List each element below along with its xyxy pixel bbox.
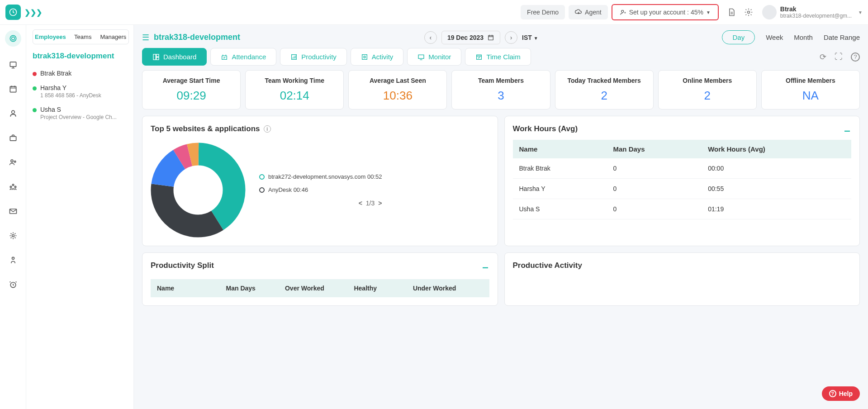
prodsplit-title: Productivity Split xyxy=(151,261,214,270)
nav-team-icon[interactable] xyxy=(7,156,19,169)
employee-sidepanel: Employees Teams Managers btrak318-develo… xyxy=(26,25,134,409)
activity-icon xyxy=(361,53,368,61)
range-day[interactable]: Day xyxy=(722,30,755,44)
pager-next[interactable]: > xyxy=(378,200,382,207)
nav-gear-icon[interactable] xyxy=(7,229,19,242)
tab-attendance[interactable]: Attendance xyxy=(210,48,276,66)
range-month[interactable]: Month xyxy=(794,33,813,41)
tab-dashboard[interactable]: Dashboard xyxy=(142,48,207,66)
svg-point-15 xyxy=(12,235,14,237)
stat-card: Average Start Time09:29 xyxy=(142,70,241,109)
col: Over Worked xyxy=(285,285,345,292)
svg-rect-23 xyxy=(362,54,367,59)
stat-label: Online Members xyxy=(662,77,753,84)
col-name: Name xyxy=(513,140,607,158)
tab-monitor[interactable]: Monitor xyxy=(407,48,461,66)
tab-productivity[interactable]: Productivity xyxy=(280,48,347,66)
prodactivity-title: Productive Activity xyxy=(513,261,852,270)
range-week[interactable]: Week xyxy=(766,33,783,41)
employee-item[interactable]: Usha S Project Overview - Google Ch... xyxy=(33,102,129,124)
dashboard-icon xyxy=(152,53,160,61)
table-row: Btrak Btrak000:00 xyxy=(513,158,852,179)
app-logo[interactable] xyxy=(5,5,21,20)
svg-rect-20 xyxy=(157,54,159,57)
svg-rect-5 xyxy=(10,62,16,67)
nav-profile-icon[interactable] xyxy=(7,254,19,266)
employee-item[interactable]: Btrak Btrak xyxy=(33,66,129,81)
svg-rect-26 xyxy=(477,55,482,59)
side-tab-employees[interactable]: Employees xyxy=(33,30,68,44)
stat-value: 10:36 xyxy=(352,89,443,103)
employee-item[interactable]: Harsha Y 1 858 468 586 - AnyDesk xyxy=(33,81,129,102)
help-button[interactable]: ? Help xyxy=(822,386,860,401)
download-icon[interactable] xyxy=(843,125,851,133)
menu-icon[interactable]: ☰ xyxy=(142,33,149,43)
side-tab-managers[interactable]: Managers xyxy=(98,30,128,44)
col: Man Days xyxy=(226,285,276,292)
prev-date-button[interactable]: ‹ xyxy=(424,31,437,44)
icon-sidebar xyxy=(0,25,26,409)
next-date-button[interactable]: › xyxy=(505,31,517,44)
productive-activity-panel: Productive Activity xyxy=(504,252,860,306)
org-name: btrak318-development xyxy=(33,52,129,61)
nav-monitor-icon[interactable] xyxy=(7,58,19,71)
employee-name: Btrak Btrak xyxy=(40,70,71,77)
nav-alarm-icon[interactable] xyxy=(7,278,19,291)
stat-card: Online Members2 xyxy=(658,70,757,109)
cloud-download-icon xyxy=(575,9,582,16)
productivity-icon xyxy=(290,53,298,61)
info-icon[interactable]: i xyxy=(264,125,271,133)
svg-point-33 xyxy=(175,167,221,213)
timezone-selector[interactable]: IST ▼ xyxy=(522,34,538,41)
attendance-icon xyxy=(221,53,228,61)
stat-value: NA xyxy=(765,89,856,103)
nav-calendar-icon[interactable] xyxy=(7,83,19,95)
chevron-down-icon: ▼ xyxy=(706,10,711,15)
productivity-split-panel: Productivity Split Name Man Days Over Wo… xyxy=(142,252,498,306)
agent-label: Agent xyxy=(585,9,602,16)
stat-label: Average Start Time xyxy=(146,77,237,84)
nav-person-icon[interactable] xyxy=(7,107,19,120)
svg-point-3 xyxy=(10,35,16,41)
pager-prev[interactable]: < xyxy=(359,200,362,207)
stat-value: 02:14 xyxy=(249,89,340,103)
help-icon[interactable]: ? xyxy=(851,52,860,62)
tab-activity[interactable]: Activity xyxy=(351,48,404,66)
stat-card: Average Last Seen10:36 xyxy=(348,70,447,109)
settings-icon[interactable] xyxy=(744,8,753,17)
date-picker[interactable]: 19 Dec 2023 xyxy=(441,31,500,44)
agent-button[interactable]: Agent xyxy=(569,5,608,19)
free-demo-button[interactable]: Free Demo xyxy=(521,5,565,19)
side-tab-teams[interactable]: Teams xyxy=(68,30,98,44)
stat-card: Team Members3 xyxy=(451,70,550,109)
download-icon[interactable] xyxy=(481,262,489,270)
user-name: Btrak xyxy=(780,5,852,13)
pager-value: 1/3 xyxy=(366,200,375,207)
workhours-panel: Work Hours (Avg) Name Man Days Work Hour… xyxy=(504,116,860,246)
svg-point-2 xyxy=(747,11,749,14)
svg-point-12 xyxy=(10,186,11,187)
col-mandays: Man Days xyxy=(607,140,702,158)
page-title: btrak318-development xyxy=(154,33,240,42)
top5-panel: Top 5 websites & applicationsi btrak272- xyxy=(142,116,498,246)
nav-group-icon[interactable] xyxy=(7,181,19,193)
col: Under Worked xyxy=(413,285,483,292)
nav-briefcase-icon[interactable] xyxy=(7,132,19,144)
svg-rect-21 xyxy=(157,57,159,59)
nav-mail-icon[interactable] xyxy=(7,205,19,218)
refresh-icon[interactable]: ⟳ xyxy=(820,52,826,62)
employee-name: Usha S xyxy=(40,106,117,113)
fullscreen-icon[interactable]: ⛶ xyxy=(835,52,843,62)
workhours-title: Work Hours (Avg) xyxy=(513,124,578,133)
nav-target-icon[interactable] xyxy=(5,30,21,47)
help-circle-icon: ? xyxy=(829,390,836,397)
svg-rect-6 xyxy=(10,86,16,92)
col: Name xyxy=(157,285,217,292)
setup-account-button[interactable]: Set up your account : 45% ▼ xyxy=(612,4,719,20)
user-menu[interactable]: Btrak btrak318-development@gm... ▼ xyxy=(762,5,863,19)
expand-sidebar-icon[interactable]: ❯❯❯ xyxy=(24,8,42,17)
range-custom[interactable]: Date Range xyxy=(824,33,860,41)
document-icon[interactable] xyxy=(727,8,736,17)
tab-timeclaim[interactable]: Time Claim xyxy=(465,48,531,66)
status-dot xyxy=(33,108,37,112)
